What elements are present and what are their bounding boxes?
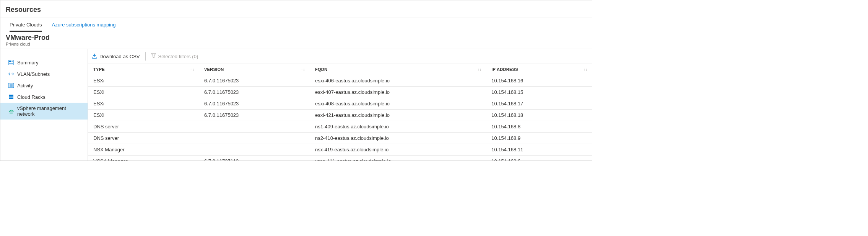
summary-icon [8, 59, 14, 66]
column-header-version[interactable]: VERSION ↑↓ [199, 64, 310, 75]
toolbar-separator [145, 52, 146, 61]
cell-fqdn: nsx-419-eastus.az.cloudsimple.io [310, 144, 486, 156]
sidebar-item-summary[interactable]: Summary [0, 57, 88, 68]
sidebar-item-cloud-racks[interactable]: Cloud Racks [0, 91, 88, 103]
table-row[interactable]: ESXi6.7.0.11675023esxi-408-eastus.az.clo… [88, 98, 592, 110]
tab-azure-subscriptions[interactable]: Azure subscriptions mapping [52, 18, 116, 32]
sidebar: Summary VLAN/Subnets Activity Cloud Rack… [0, 49, 88, 161]
sidebar-item-vlan[interactable]: VLAN/Subnets [0, 68, 88, 80]
cell-ip: 10.154.168.17 [486, 98, 592, 110]
table-row[interactable]: ESXi6.7.0.11675023esxi-406-eastus.az.clo… [88, 75, 592, 87]
sidebar-item-label: vSphere management network [17, 105, 84, 117]
activity-icon [8, 82, 14, 88]
cell-version: 6.7.0.11675023 [199, 110, 310, 121]
tabs: Private Clouds Azure subscriptions mappi… [0, 18, 592, 32]
cell-version: 6.7.0.11727113 [199, 156, 310, 161]
sidebar-item-label: Cloud Racks [17, 94, 46, 100]
data-table: TYPE ↑↓ VERSION ↑↓ FQDN ↑↓ IP ADDRESS ↑↓ [88, 64, 592, 161]
svg-rect-1 [9, 61, 11, 62]
cell-ip: 10.154.168.11 [486, 144, 592, 156]
cell-fqdn: esxi-408-eastus.az.cloudsimple.io [310, 98, 486, 110]
cell-type: DNS server [88, 121, 199, 133]
table-row[interactable]: VCSA Manager6.7.0.11727113vcsa-411-eastu… [88, 156, 592, 161]
svg-rect-11 [9, 95, 13, 96]
cell-ip: 10.154.168.16 [486, 75, 592, 87]
sidebar-item-label: Summary [17, 60, 39, 66]
filters-button[interactable]: Selected filters (0) [151, 53, 198, 59]
cell-fqdn: vcsa-411-eastus.az.cloudsimple.io [310, 156, 486, 161]
table-row[interactable]: ESXi6.7.0.11675023esxi-421-eastus.az.clo… [88, 110, 592, 121]
column-header-fqdn[interactable]: FQDN ↑↓ [310, 64, 486, 75]
cell-version [199, 121, 310, 133]
download-label: Download as CSV [99, 54, 140, 59]
cell-ip: 10.154.168.8 [486, 121, 592, 133]
vsphere-icon [8, 108, 14, 114]
toolbar: Download as CSV Selected filters (0) [88, 49, 592, 64]
cell-version: 6.7.0.11675023 [199, 98, 310, 110]
resource-name: VMware-Prod [6, 34, 587, 42]
page-title: Resources [6, 6, 587, 14]
resource-type: Private cloud [6, 42, 587, 46]
table-row[interactable]: NSX Managernsx-419-eastus.az.cloudsimple… [88, 144, 592, 156]
cell-version: 6.7.0.11675023 [199, 87, 310, 98]
column-header-ip[interactable]: IP ADDRESS ↑↓ [486, 64, 592, 75]
cell-fqdn: ns2-410-eastus.az.cloudsimple.io [310, 133, 486, 144]
table-row[interactable]: DNS serverns2-410-eastus.az.cloudsimple.… [88, 133, 592, 144]
cell-version: 6.7.0.11675023 [199, 75, 310, 87]
racks-icon [8, 94, 14, 100]
cell-fqdn: esxi-421-eastus.az.cloudsimple.io [310, 110, 486, 121]
sort-icon: ↑↓ [301, 67, 305, 72]
cell-type: ESXi [88, 110, 199, 121]
filter-icon [151, 53, 156, 59]
cell-type: ESXi [88, 87, 199, 98]
column-header-type[interactable]: TYPE ↑↓ [88, 64, 199, 75]
sidebar-item-vsphere[interactable]: vSphere management network [0, 103, 88, 120]
cell-type: VCSA Manager [88, 156, 199, 161]
table-row[interactable]: DNS serverns1-409-eastus.az.cloudsimple.… [88, 121, 592, 133]
cell-ip: 10.154.168.15 [486, 87, 592, 98]
sidebar-item-label: VLAN/Subnets [17, 71, 50, 77]
filters-label: Selected filters (0) [158, 54, 198, 59]
sort-icon: ↑↓ [583, 67, 587, 72]
cell-type: ESXi [88, 75, 199, 87]
cell-version [199, 144, 310, 156]
svg-rect-13 [9, 98, 13, 99]
svg-rect-12 [9, 97, 13, 98]
cell-ip: 10.154.168.6 [486, 156, 592, 161]
download-icon [92, 53, 97, 60]
cell-fqdn: esxi-406-eastus.az.cloudsimple.io [310, 75, 486, 87]
download-csv-button[interactable]: Download as CSV [92, 53, 140, 60]
cell-type: ESXi [88, 98, 199, 110]
cell-ip: 10.154.168.18 [486, 110, 592, 121]
sort-icon: ↑↓ [478, 67, 482, 72]
sidebar-item-activity[interactable]: Activity [0, 80, 88, 91]
table-row[interactable]: ESXi6.7.0.11675023esxi-407-eastus.az.clo… [88, 87, 592, 98]
cell-type: NSX Manager [88, 144, 199, 156]
cell-fqdn: ns1-409-eastus.az.cloudsimple.io [310, 121, 486, 133]
sidebar-item-label: Activity [17, 83, 33, 88]
sort-icon: ↑↓ [190, 67, 194, 72]
cell-version [199, 133, 310, 144]
tab-private-clouds[interactable]: Private Clouds [10, 18, 42, 32]
vlan-icon [8, 71, 14, 77]
cell-fqdn: esxi-407-eastus.az.cloudsimple.io [310, 87, 486, 98]
cell-type: DNS server [88, 133, 199, 144]
cell-ip: 10.154.168.9 [486, 133, 592, 144]
svg-point-6 [11, 74, 11, 74]
